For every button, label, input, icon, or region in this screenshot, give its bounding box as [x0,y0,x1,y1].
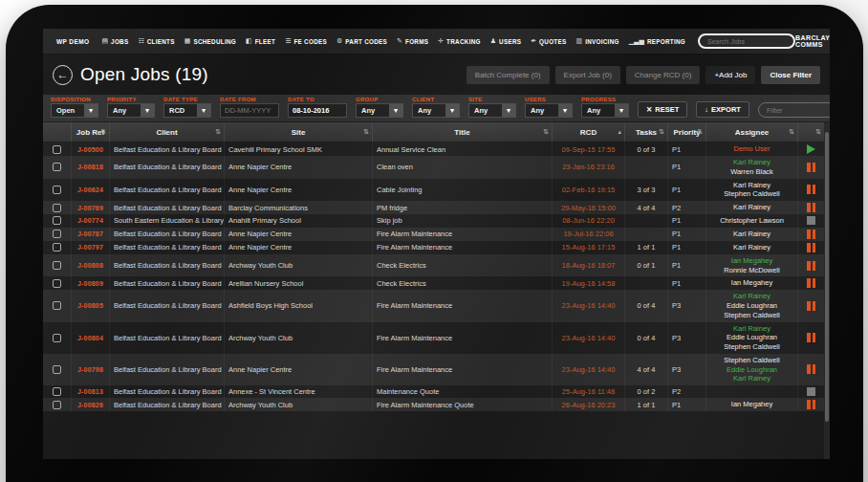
row-checkbox[interactable] [53,145,61,154]
job-ref-link[interactable]: J-00804 [72,322,110,354]
row-checkbox[interactable] [53,243,61,252]
add-job-button[interactable]: +Add Job [705,66,755,84]
filter-select-priority[interactable]: Any▾ [107,103,155,118]
row-checkbox[interactable] [53,261,61,270]
job-ref-link[interactable]: J-00769 [72,201,110,214]
pause-icon[interactable] [807,261,815,271]
nav-brand[interactable]: WP DEMO [49,38,97,45]
job-ref-link[interactable]: J-00500 [72,142,110,156]
pause-icon[interactable] [807,243,815,252]
pause-icon[interactable] [807,185,815,194]
filter-select-client[interactable]: Any▾ [412,103,460,118]
row-checkbox[interactable] [53,401,61,409]
job-ref-link[interactable]: J-00808 [72,254,110,277]
row-checkbox[interactable] [53,163,61,171]
nav-item-quotes[interactable]: ✒QUOTES [526,37,571,45]
job-ref-link[interactable]: J-00798 [72,354,110,385]
scrollbar-thumb[interactable] [825,132,829,422]
filter-select-disposition[interactable]: Open▾ [51,103,98,118]
row-checkbox[interactable] [53,230,61,238]
pause-icon[interactable] [807,203,815,212]
back-button[interactable]: ← [53,65,73,85]
column-header-ref[interactable]: Job Ref⇅ [72,122,110,142]
column-header-rcd[interactable]: RCD▴ [553,122,625,142]
job-ref-link[interactable]: J-00813 [72,385,110,398]
filter-select-site[interactable]: Any▾ [468,103,516,118]
row-checkbox[interactable] [53,204,61,212]
column-header-assignee[interactable]: Assignee⇅ [706,122,798,142]
nav-item-fleet[interactable]: ◧FLEET [241,37,280,45]
nav-item-fe-codes[interactable]: ☰FE CODES [280,37,332,45]
nav-item-scheduling[interactable]: ▦SCHEDULING [180,37,241,45]
filter-input-date-to[interactable]: 08-10-2016 [288,103,347,118]
chevron-down-icon: ▾ [502,104,515,117]
row-checkbox[interactable] [53,387,61,396]
table-row: J-00804Belfast Education & Library Board… [43,322,830,354]
pause-icon[interactable] [807,301,815,311]
row-checkbox[interactable] [53,301,61,310]
column-header-client[interactable]: Client⇅ [110,122,225,142]
reset-button[interactable]: ✕ RESET [638,101,687,118]
rcd-cell: 29-May-16 15:00 [553,201,625,214]
row-checkbox[interactable] [53,216,61,225]
pause-icon[interactable] [807,163,815,172]
rcd-cell: 25-Aug-16 11:48 [553,385,625,398]
export-button[interactable]: ↓ EXPORT [696,101,749,118]
title-cell: Fire Alarm Maintenance [373,322,553,354]
quick-filter-input[interactable] [758,102,830,118]
pause-icon[interactable] [807,333,815,342]
change-rcd-0-button[interactable]: Change RCD (0) [626,66,701,84]
pause-icon[interactable] [807,230,815,239]
column-header-status[interactable]: ⇅ [798,122,824,142]
row-checkbox[interactable] [53,365,61,374]
filter-select-date-type[interactable]: RCD▾ [163,103,211,118]
filter-select-users[interactable]: Any▾ [525,103,573,118]
job-ref-link[interactable]: J-00774 [72,214,110,228]
tasks-cell: 3 of 3 [625,179,668,202]
pause-icon[interactable] [807,400,815,409]
export-job-0-button[interactable]: Export Job (0) [555,66,620,84]
job-ref-link[interactable]: J-00797 [72,241,110,254]
play-icon[interactable] [807,144,815,154]
filter-label: GROUP [356,97,403,102]
close-filter-button[interactable]: Close Filter [761,66,820,84]
row-checkbox[interactable] [53,334,61,342]
nav-item-tracking[interactable]: ✛TRACKING [433,37,486,45]
job-ref-link[interactable]: J-00826 [72,398,110,411]
filter-select-progress[interactable]: Any▾ [581,103,629,118]
nav-item-label: INVOICING [585,38,619,45]
column-header-site[interactable]: Site⇅ [225,122,373,142]
nav-item-part-codes[interactable]: ⚙PART CODES [332,37,392,45]
job-ref-link[interactable]: J-00787 [72,228,110,241]
column-header-tasks[interactable]: Tasks⇅ [625,122,668,142]
status-cell [798,228,824,241]
row-checkbox[interactable] [53,279,61,288]
nav-item-users[interactable]: ♟USERS [486,37,526,45]
sort-icon: ⇅ [789,128,794,136]
job-ref-link[interactable]: J-00818 [72,156,110,179]
assignee-cell [706,385,798,398]
row-checkbox[interactable] [53,186,61,194]
filter-input-date-from[interactable]: DD-MM-YYYY [220,103,279,118]
job-ref-link[interactable]: J-00809 [72,276,110,290]
status-cell [798,322,824,354]
nav-items: ▤JOBS☷CLIENTS▦SCHEDULING◧FLEET☰FE CODES⚙… [97,37,690,45]
job-ref-link[interactable]: J-00805 [72,290,110,321]
job-ref-link[interactable]: J-00624 [72,179,110,202]
assignee-name: Ian Megahey [731,256,772,266]
filter-select-group[interactable]: Any▾ [356,103,403,118]
nav-item-jobs[interactable]: ▤JOBS [97,37,133,45]
search-input[interactable] [698,33,795,49]
pause-icon[interactable] [807,364,815,374]
nav-item-forms[interactable]: ✎FORMS [392,37,433,45]
column-header-select[interactable] [43,122,72,142]
assignee-name: Demo User [734,144,770,154]
nav-item-invoicing[interactable]: ▥INVOICING [572,37,624,45]
pause-icon[interactable] [807,278,815,288]
nav-item-clients[interactable]: ☷CLIENTS [133,37,179,45]
nav-item-reporting[interactable]: ▁▃▅REPORTING [624,37,690,45]
column-header-title[interactable]: Title⇅ [373,122,553,142]
batch-complete-0-button[interactable]: Batch Complete (0) [467,66,550,84]
vertical-scrollbar[interactable] [824,122,830,459]
column-header-priority[interactable]: Priority⇅ [668,122,706,142]
